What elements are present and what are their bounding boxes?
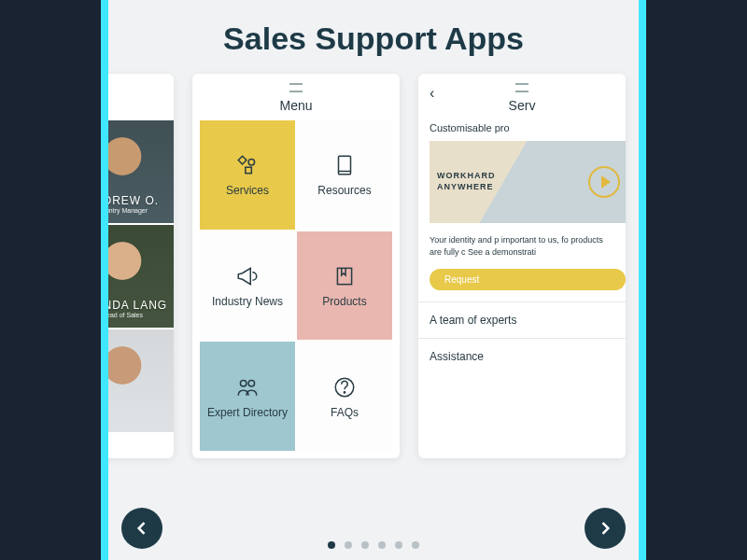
- tile-label: Services: [226, 184, 269, 197]
- phone-services: ‹ Serv Customisable pro WORKHARD ANYWHER…: [418, 74, 626, 458]
- chevron-right-icon: [596, 519, 614, 538]
- phone-header: Menu: [192, 74, 400, 117]
- phone-menu: Menu Services Resources: [192, 74, 400, 458]
- video-caption-line: ANYWHERE: [437, 182, 496, 193]
- bookmark-icon: [331, 263, 358, 289]
- megaphone-icon: [234, 263, 261, 289]
- chevron-left-icon: [133, 519, 151, 538]
- avatar: [108, 329, 174, 432]
- phone-expert-directory: ert Directory N ANDREW O. Country Manage…: [108, 74, 174, 458]
- menu-grid: Services Resources Industry News: [192, 117, 400, 458]
- drag-handle-icon[interactable]: [108, 91, 174, 92]
- expert-card[interactable]: BRENDA LANG Head of Sales: [108, 225, 174, 328]
- phone-header: ‹ Serv: [418, 74, 626, 117]
- svg-point-5: [240, 380, 247, 386]
- tile-services[interactable]: Services: [200, 120, 295, 230]
- drag-handle-icon[interactable]: [108, 83, 174, 85]
- services-link-row[interactable]: A team of experts: [418, 301, 626, 338]
- expert-name: BRENDA LANG: [108, 299, 167, 312]
- tile-products[interactable]: Products: [297, 231, 392, 341]
- dot[interactable]: [378, 541, 386, 549]
- phone-cards-row: ert Directory N ANDREW O. Country Manage…: [108, 74, 639, 458]
- tile-faqs[interactable]: FAQs: [297, 342, 392, 451]
- tile-expert-directory[interactable]: Expert Directory: [200, 342, 295, 451]
- tile-label: Products: [322, 295, 366, 308]
- svg-rect-1: [246, 167, 252, 174]
- dot[interactable]: [361, 541, 369, 549]
- drag-handle-icon[interactable]: [192, 83, 400, 85]
- services-description: Your identity and p important to us, fo …: [418, 223, 626, 265]
- tile-resources[interactable]: Resources: [297, 120, 392, 230]
- dot[interactable]: [395, 541, 402, 549]
- expert-grid: N ANDREW O. Country Manager S BRENDA LAN…: [108, 117, 174, 432]
- pagination-dots: [328, 541, 419, 549]
- svg-point-8: [344, 391, 345, 392]
- phone-header: ert Directory: [108, 74, 174, 117]
- expert-card[interactable]: ANDREW O. Country Manager: [108, 120, 174, 223]
- services-video[interactable]: WORKHARD ANYWHERE: [430, 141, 626, 223]
- back-icon[interactable]: ‹: [430, 85, 434, 102]
- prev-button[interactable]: [121, 508, 162, 549]
- expert-card[interactable]: [108, 329, 174, 432]
- question-icon: [331, 374, 358, 400]
- people-icon: [234, 374, 261, 400]
- svg-point-6: [248, 380, 255, 386]
- drag-handle-icon[interactable]: [418, 91, 626, 92]
- phone-title: ert Directory: [108, 98, 174, 113]
- drag-handle-icon[interactable]: [418, 83, 626, 85]
- carousel-controls: [108, 541, 639, 549]
- video-caption-line: WORKHARD: [437, 171, 496, 182]
- tile-label: Resources: [317, 184, 371, 197]
- dot[interactable]: [345, 541, 352, 549]
- services-subtitle: Customisable pro: [418, 117, 626, 141]
- phone-title: Menu: [192, 98, 400, 113]
- dot[interactable]: [328, 541, 335, 549]
- shapes-icon: [234, 152, 261, 178]
- page-title: Sales Support Apps: [108, 0, 639, 74]
- book-icon: [331, 152, 358, 178]
- carousel-viewport: Sales Support Apps ert Directory N ANDRE…: [108, 0, 639, 560]
- svg-point-0: [248, 160, 255, 166]
- tile-label: Expert Directory: [207, 406, 288, 419]
- request-button[interactable]: Request: [430, 269, 626, 290]
- next-button[interactable]: [585, 508, 626, 549]
- tile-label: Industry News: [212, 295, 283, 308]
- tile-industry-news[interactable]: Industry News: [200, 231, 295, 341]
- expert-name: ANDREW O.: [108, 194, 159, 207]
- services-link-row[interactable]: Assistance: [418, 338, 626, 374]
- expert-role: Head of Sales: [108, 312, 143, 318]
- phone-title: Serv: [418, 98, 626, 113]
- drag-handle-icon[interactable]: [192, 91, 400, 92]
- play-icon[interactable]: [588, 166, 620, 198]
- expert-role: Country Manager: [108, 207, 148, 214]
- dot[interactable]: [412, 541, 419, 549]
- tile-label: FAQs: [331, 406, 359, 419]
- svg-rect-4: [337, 268, 351, 284]
- video-caption: WORKHARD ANYWHERE: [430, 171, 496, 192]
